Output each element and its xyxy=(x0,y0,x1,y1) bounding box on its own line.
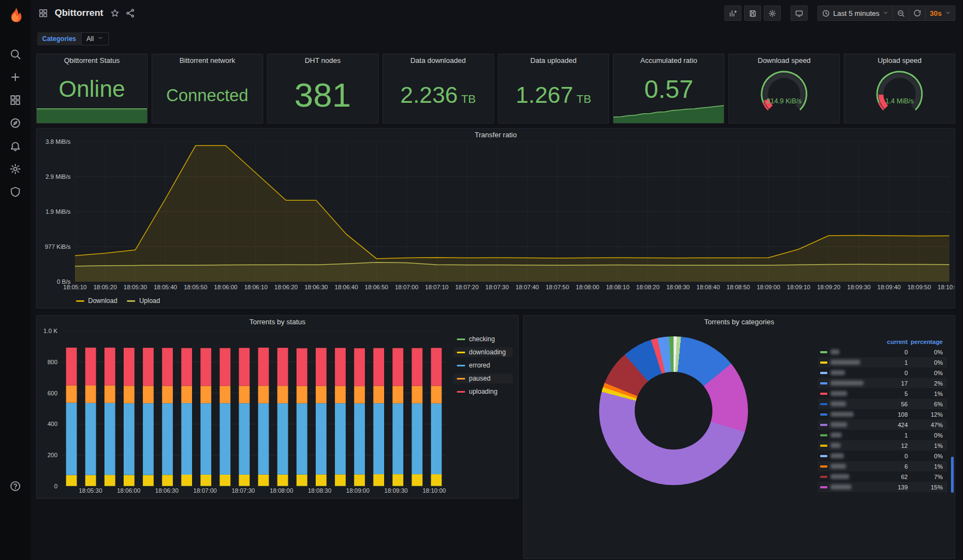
legend-label: errored xyxy=(469,361,490,369)
share-icon[interactable] xyxy=(125,8,135,18)
x-tick-label: 18:09:00 xyxy=(757,284,780,290)
categories-body: currentpercentage00%10%00%172%51%566%108… xyxy=(524,329,955,558)
x-tick-label: 18:05:40 xyxy=(154,284,177,290)
stat-panel-download-speed: Download speed314.9 KiB/s xyxy=(728,54,840,124)
dashboard-settings-button[interactable] xyxy=(764,5,781,21)
category-percentage-value: 1% xyxy=(908,442,943,449)
category-row[interactable]: 42447% xyxy=(818,419,947,430)
y-tick-label: 800 xyxy=(48,359,57,365)
stat-panel-title[interactable]: Qbittorrent Status xyxy=(37,54,147,67)
legend-item-errored[interactable]: errored xyxy=(454,360,513,370)
category-row[interactable]: 10812% xyxy=(818,409,947,419)
cycle-view-tv-button[interactable] xyxy=(791,5,808,21)
legend-item-upload[interactable]: Upload xyxy=(127,297,160,305)
table-scrollbar[interactable] xyxy=(951,457,954,493)
stat-panel-title[interactable]: Download speed xyxy=(729,54,839,67)
admin-shield-icon[interactable] xyxy=(9,186,21,198)
alerting-bell-icon[interactable] xyxy=(9,140,21,152)
stat-body: 381 xyxy=(268,67,378,123)
category-row[interactable]: 627% xyxy=(818,471,947,482)
add-panel-button[interactable] xyxy=(724,5,741,21)
x-tick-label: 18:06:30 xyxy=(304,284,328,290)
zoom-out-button[interactable] xyxy=(893,5,909,21)
category-row[interactable]: 00% xyxy=(818,451,947,461)
x-tick-label: 18:08:50 xyxy=(727,284,750,290)
panel-title-torrents-by-categories[interactable]: Torrents by categories xyxy=(524,316,955,329)
category-row[interactable]: 00% xyxy=(818,368,947,378)
status-plot[interactable] xyxy=(62,331,446,486)
panel-title-transfer-ratio[interactable]: Transfer ratio xyxy=(37,129,955,142)
stat-body: Connected xyxy=(152,67,263,123)
column-header-percentage[interactable]: percentage xyxy=(908,339,943,345)
transfer-y-axis: 3.8 MiB/s2.9 MiB/s1.9 MiB/s977 KiB/s0 B/… xyxy=(37,142,75,282)
legend-color-swatch xyxy=(127,300,135,302)
search-icon[interactable] xyxy=(9,48,21,60)
stat-panel-title[interactable]: DHT nodes xyxy=(268,54,378,67)
x-tick-label: 18:07:50 xyxy=(546,284,569,290)
category-color-swatch xyxy=(820,465,827,468)
plus-icon[interactable] xyxy=(9,71,21,83)
stat-panel-title[interactable]: Data downloaded xyxy=(383,54,494,67)
category-row[interactable]: 61% xyxy=(818,461,947,471)
stat-panel-data-uploaded: Data uploaded1.267TB xyxy=(498,54,610,124)
help-question-icon[interactable] xyxy=(9,480,21,492)
configuration-gear-icon[interactable] xyxy=(9,163,21,175)
legend-item-downloading[interactable]: downloading xyxy=(454,347,513,357)
legend-color-swatch xyxy=(76,300,84,302)
time-range-picker[interactable]: Last 5 minutes xyxy=(817,5,894,21)
x-tick-label: 18:10:00 xyxy=(938,284,955,290)
category-row[interactable]: 10% xyxy=(818,430,947,440)
category-percentage-value: 0% xyxy=(908,370,943,376)
variable-value-dropdown[interactable]: All xyxy=(81,32,109,45)
legend-item-uploading[interactable]: uploading xyxy=(454,387,513,396)
category-name-blurred xyxy=(831,381,863,386)
category-row[interactable]: 00% xyxy=(818,347,947,357)
categories-donut-chart[interactable] xyxy=(599,336,748,485)
star-icon[interactable] xyxy=(110,8,120,18)
column-header-current[interactable]: current xyxy=(883,339,908,345)
stat-panel-title[interactable]: Bittorrent network xyxy=(152,54,263,67)
panel-torrents-by-categories: Torrents by categories currentpercentage… xyxy=(523,315,955,559)
category-row[interactable]: 10% xyxy=(818,357,947,368)
category-label xyxy=(820,349,883,354)
stat-panel-title[interactable]: Accumulated ratio xyxy=(613,54,724,67)
status-chart-body: 1.0 K8006004002000 checkingdownloadinger… xyxy=(37,329,518,486)
category-label xyxy=(820,381,883,386)
legend-item-download[interactable]: Download xyxy=(76,297,117,305)
apps-grid-icon[interactable] xyxy=(38,8,48,18)
category-current-value: 17 xyxy=(883,380,908,387)
stat-panel-title[interactable]: Data uploaded xyxy=(498,54,609,67)
dashboards-icon[interactable] xyxy=(9,94,21,106)
categories-legend-table: currentpercentage00%10%00%172%51%566%108… xyxy=(818,336,947,492)
legend-label: downloading xyxy=(469,348,506,356)
explore-compass-icon[interactable] xyxy=(9,117,21,129)
category-current-value: 108 xyxy=(883,411,908,418)
stat-panel-qbittorrent-status: Qbittorrent StatusOnline xyxy=(36,54,148,124)
legend-item-checking[interactable]: checking xyxy=(454,334,513,344)
stat-sparkline xyxy=(613,104,724,123)
category-row[interactable]: 172% xyxy=(818,378,947,388)
stat-value: Connected xyxy=(166,87,248,104)
category-row[interactable]: 13915% xyxy=(818,482,947,492)
category-percentage-value: 47% xyxy=(908,422,943,428)
category-row[interactable]: 566% xyxy=(818,399,947,409)
category-row[interactable]: 121% xyxy=(818,440,947,451)
save-dashboard-button[interactable] xyxy=(744,5,761,21)
grafana-logo-icon[interactable] xyxy=(5,5,25,25)
transfer-chart-svg xyxy=(75,142,949,282)
refresh-button[interactable] xyxy=(909,5,926,21)
x-tick-label: 18:06:20 xyxy=(274,284,298,290)
transfer-plot[interactable] xyxy=(75,142,949,282)
variable-label-categories[interactable]: Categories xyxy=(37,32,81,45)
category-color-swatch xyxy=(820,455,827,457)
category-name-blurred xyxy=(831,412,854,417)
legend-item-paused[interactable]: paused xyxy=(454,374,513,383)
category-name-blurred xyxy=(831,433,842,438)
panel-title-torrents-by-status[interactable]: Torrents by status xyxy=(37,316,518,329)
refresh-interval-picker[interactable]: 30s xyxy=(926,5,955,21)
stat-panel-title[interactable]: Upload speed xyxy=(844,54,955,67)
dashboard-title[interactable]: Qbittorrent xyxy=(55,8,103,19)
x-tick-label: 18:07:10 xyxy=(425,284,449,290)
category-name-blurred xyxy=(831,370,845,375)
category-row[interactable]: 51% xyxy=(818,388,947,399)
